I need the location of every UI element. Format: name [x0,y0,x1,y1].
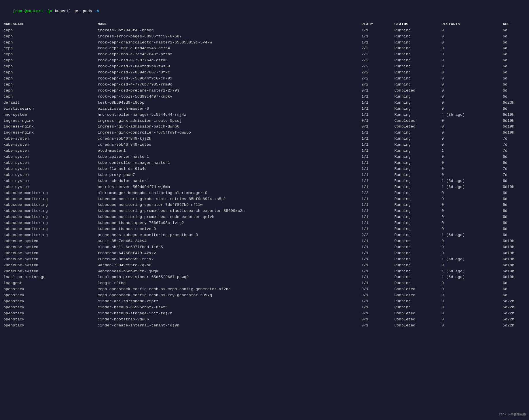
cell-status: Running [394,112,441,118]
cell-status: Running [394,45,441,52]
table-row: ceph rook-ceph-osd-prepare-master1-2x79j… [3,88,526,94]
cell-status: Running [394,202,441,208]
cell-ready: 1/1 [361,142,394,148]
table-row: ceph rook-ceph-tools-5dd99c4497-xmpkv 1/… [3,94,526,100]
cell-ready: 2/2 [361,45,394,52]
table-row: kubecube-system cloud-shell-6c6977fbcd-l… [3,244,526,250]
table-row: kubecube-monitoring kubecube-monitoring-… [3,202,526,208]
cell-name: kubecube-monitoring-operator-7dd4f867b9-… [98,202,361,208]
cell-status: Running [394,34,441,40]
cell-restarts: 0 [441,299,503,305]
cell-ready: 1/1 [361,34,394,40]
cell-restarts: 0 [441,136,503,142]
cell-name: cinder-backup-storage-init-tgj7h [98,311,361,317]
cell-status: Running [394,82,441,88]
cell-name: kubecube-86645d659-rnjxx [98,256,361,263]
cell-namespace: ceph [3,52,98,58]
cell-ready: 1/1 [361,269,394,275]
cell-restarts: 1 (6d ago) [441,232,503,238]
cell-restarts: 0 [441,70,503,76]
cell-name: hnc-controller-manager-5c5944c44-rmj4z [98,112,361,118]
cell-ready: 1/1 [361,106,394,112]
cell-status: Running [394,220,441,226]
cell-namespace: kubecube-monitoring [3,196,98,202]
cell-namespace: kube-system [3,178,98,184]
cell-ready: 1/1 [361,280,394,286]
cell-namespace: kube-system [3,154,98,160]
cell-ready: 1/1 [361,263,394,269]
cell-status: Running [394,106,441,112]
cell-ready: 1/1 [361,220,394,226]
cell-status: Completed [394,317,441,323]
cell-age: 6d [503,106,526,112]
table-row: ceph rook-ceph-mon-a-7cc457848f-pzfbt 2/… [3,52,526,58]
table-row: kubecube-system frontend-64768df479-4zxx… [3,250,526,256]
cell-restarts: 0 [441,226,503,232]
cell-name: webconsole-b5db9f5cb-ljwqk [98,269,361,275]
cell-restarts: 0 [441,58,503,64]
cell-namespace: ceph [3,64,98,70]
col-header-restarts: RESTARTS [441,22,503,28]
table-row: logagent loggie-r9tbg 1/1 Running 0 6d [3,280,526,286]
cell-age: 6d19h [503,274,526,280]
cell-restarts: 0 [441,190,503,196]
cell-ready: 1/1 [361,172,394,178]
cell-name: rook-ceph-crashcollector-master1-6558558… [98,40,361,46]
cell-status: Running [394,70,441,76]
cell-status: Running [394,154,441,160]
cell-restarts: 0 [441,94,503,100]
cell-namespace: openstack [3,292,98,299]
table-row: ingress-nginx ingress-nginx-admission-cr… [3,118,526,124]
cell-age: 6d [503,34,526,40]
cell-name: ingress-nginx-admission-patch-dwnb6 [98,124,361,130]
cell-restarts: 0 [441,34,503,40]
cell-restarts: 0 [441,292,503,299]
cell-name: kubecube-monitoring-kube-state-metrics-8… [98,196,361,202]
cell-age: 7d [503,166,526,172]
cell-age: 6d [503,88,526,94]
table-row: ingress-nginx ingress-nginx-controller-7… [3,130,526,136]
table-row: kubecube-system kubecube-86645d659-rnjxx… [3,256,526,263]
cell-age: 6d18h [503,263,526,269]
cell-age: 6d19h [503,118,526,124]
table-row: kube-system kube-controller-manager-mast… [3,160,526,166]
cell-status: Running [394,136,441,142]
cell-age: 7d [503,148,526,154]
cell-age: 6d [503,280,526,286]
table-row: kubecube-monitoring alertmanager-kubecub… [3,190,526,196]
cell-namespace: kube-system [3,160,98,166]
cell-age: 6d [503,28,526,34]
cell-restarts: 0 [441,311,503,317]
cell-age: 6d [503,52,526,58]
cell-age: 6d19h [503,124,526,130]
cell-ready: 1/1 [361,178,394,184]
cell-namespace: openstack [3,305,98,311]
cell-name: test-68bb948d9-z8d5p [98,100,361,106]
cell-ready: 1/1 [361,305,394,311]
cell-restarts: 0 [441,82,503,88]
cell-ready: 0/1 [361,124,394,130]
table-row: kube-system coredns-95b46f849-zqtbd 1/1 … [3,142,526,148]
cell-restarts: 0 [441,280,503,286]
cell-age: 6d19h [503,250,526,256]
cell-age: 6d [503,40,526,46]
cell-restarts: 0 [441,88,503,94]
cell-status: Running [394,274,441,280]
cell-restarts: 0 [441,28,503,34]
table-row: ceph rook-ceph-osd-0-7987764d-czzk6 2/2 … [3,58,526,64]
cell-ready: 1/1 [361,160,394,166]
cell-namespace: kube-system [3,166,98,172]
watermark: CSDN @午餐加辣椒 [499,412,526,417]
cell-namespace: elasticsearch [3,106,98,112]
table-row: openstack cinder-api-fd7fdbdd8-x5pfz 1/1… [3,299,526,305]
cell-status: Running [394,172,441,178]
cell-age: 6d [503,160,526,166]
cell-age: 6d19h [503,184,526,190]
cell-ready: 1/1 [361,196,394,202]
cell-status: Running [394,28,441,34]
cell-status: Running [394,238,441,244]
cell-status: Running [394,244,441,250]
cell-age: 6d [503,94,526,100]
cell-ready: 2/2 [361,64,394,70]
cell-name: ceph-openstack-config-ceph-ns-ceph-confi… [98,286,361,292]
